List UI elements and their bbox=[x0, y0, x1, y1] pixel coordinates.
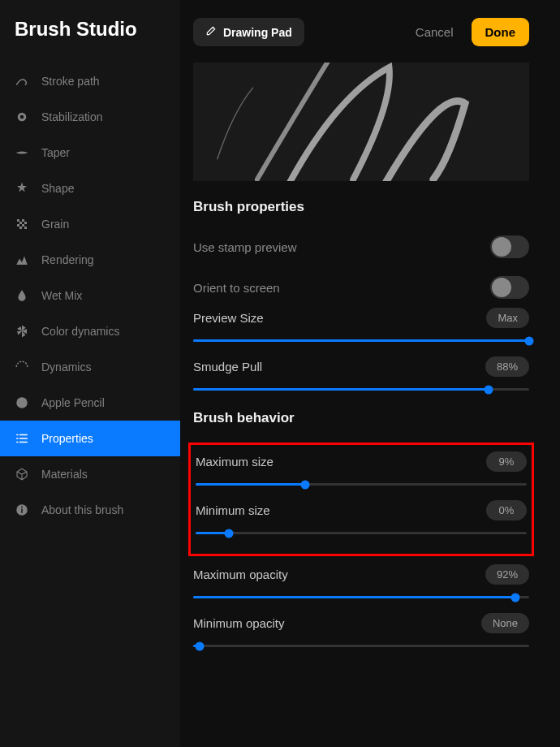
grain-icon bbox=[15, 217, 29, 231]
sidebar-item-label: Apple Pencil bbox=[41, 396, 105, 409]
svg-rect-7 bbox=[22, 224, 24, 227]
sidebar-item-label: Taper bbox=[41, 146, 70, 159]
sidebar-item-label: Properties bbox=[41, 432, 93, 445]
app-title: Brush Studio bbox=[0, 18, 180, 63]
min-size-label: Minimum size bbox=[196, 503, 270, 517]
svg-rect-4 bbox=[19, 222, 22, 224]
svg-rect-9 bbox=[24, 227, 27, 229]
svg-rect-3 bbox=[22, 219, 24, 222]
sidebar-item-label: Rendering bbox=[41, 253, 94, 266]
svg-rect-15 bbox=[16, 442, 18, 443]
properties-icon bbox=[15, 431, 29, 446]
smudge-pull-value: 88% bbox=[485, 356, 529, 377]
max-opacity-value: 92% bbox=[485, 564, 529, 585]
materials-icon bbox=[15, 467, 29, 481]
cancel-button[interactable]: Cancel bbox=[407, 19, 462, 45]
svg-rect-11 bbox=[16, 434, 18, 436]
svg-point-19 bbox=[21, 506, 23, 507]
svg-rect-6 bbox=[17, 224, 19, 227]
apple-pencil-icon bbox=[15, 395, 29, 410]
max-opacity-slider[interactable] bbox=[193, 596, 529, 598]
sidebar-item-label: About this brush bbox=[41, 503, 123, 516]
sidebar: Brush Studio Stroke path Stabilization T… bbox=[0, 0, 180, 747]
stamp-preview-row: Use stamp preview bbox=[180, 227, 542, 267]
sidebar-item-label: Color dynamics bbox=[41, 325, 119, 338]
done-button[interactable]: Done bbox=[472, 18, 530, 46]
max-size-label: Maximum size bbox=[196, 455, 274, 468]
sidebar-item-properties[interactable]: Properties bbox=[0, 421, 180, 456]
info-icon bbox=[15, 503, 29, 517]
drawing-pad-label: Drawing Pad bbox=[223, 26, 292, 39]
min-opacity-row: Minimum opacity None bbox=[180, 613, 542, 662]
sidebar-item-apple-pencil[interactable]: Apple Pencil bbox=[0, 385, 180, 421]
min-opacity-label: Minimum opacity bbox=[193, 616, 285, 630]
sidebar-item-label: Materials bbox=[41, 468, 88, 481]
shape-icon bbox=[15, 181, 29, 196]
sidebar-item-about[interactable]: About this brush bbox=[0, 492, 180, 528]
svg-point-1 bbox=[20, 115, 24, 119]
orient-screen-label: Orient to screen bbox=[193, 281, 280, 295]
stabilization-icon bbox=[15, 110, 29, 124]
max-size-slider[interactable] bbox=[196, 483, 527, 486]
rendering-icon bbox=[15, 253, 29, 267]
sidebar-item-label: Grain bbox=[41, 218, 69, 231]
stroke-path-icon bbox=[15, 74, 29, 89]
taper-icon bbox=[15, 145, 29, 160]
orient-screen-toggle[interactable] bbox=[490, 276, 529, 299]
svg-rect-8 bbox=[19, 227, 22, 229]
svg-rect-18 bbox=[21, 509, 23, 513]
highlight-annotation: Maximum size 9% Minimum size 0% bbox=[188, 443, 534, 556]
svg-rect-14 bbox=[19, 438, 28, 439]
svg-point-10 bbox=[16, 397, 28, 408]
stamp-preview-label: Use stamp preview bbox=[193, 240, 297, 254]
max-opacity-label: Maximum opacity bbox=[193, 568, 288, 581]
section-title-properties: Brush properties bbox=[180, 199, 542, 227]
stamp-preview-toggle[interactable] bbox=[490, 235, 529, 258]
smudge-pull-slider[interactable] bbox=[193, 388, 529, 391]
header: Drawing Pad Cancel Done bbox=[180, 18, 542, 63]
preview-size-label: Preview Size bbox=[193, 311, 264, 325]
min-size-row: Minimum size 0% bbox=[191, 500, 532, 549]
smudge-pull-row: Smudge Pull 88% bbox=[180, 356, 542, 405]
svg-rect-13 bbox=[16, 438, 18, 439]
sidebar-item-color-dynamics[interactable]: Color dynamics bbox=[0, 313, 180, 349]
svg-rect-12 bbox=[19, 434, 28, 436]
min-size-slider[interactable] bbox=[196, 532, 527, 534]
sidebar-item-wet-mix[interactable]: Wet Mix bbox=[0, 278, 180, 313]
svg-rect-16 bbox=[19, 442, 28, 443]
sidebar-item-taper[interactable]: Taper bbox=[0, 135, 180, 171]
sidebar-item-stabilization[interactable]: Stabilization bbox=[0, 99, 180, 135]
color-dynamics-icon bbox=[15, 324, 29, 339]
sidebar-item-label: Shape bbox=[41, 182, 74, 195]
sidebar-item-label: Stroke path bbox=[41, 75, 100, 88]
svg-rect-2 bbox=[17, 219, 19, 222]
svg-rect-5 bbox=[24, 222, 27, 224]
max-opacity-row: Maximum opacity 92% bbox=[180, 564, 542, 613]
min-size-value: 0% bbox=[486, 500, 527, 520]
sidebar-item-grain[interactable]: Grain bbox=[0, 206, 180, 242]
preview-size-slider[interactable] bbox=[193, 339, 529, 342]
drawing-pad-button[interactable]: Drawing Pad bbox=[193, 18, 304, 46]
dynamics-icon bbox=[15, 360, 29, 374]
brush-preview[interactable] bbox=[193, 63, 529, 181]
smudge-pull-label: Smudge Pull bbox=[193, 360, 262, 374]
orient-screen-row: Orient to screen bbox=[180, 267, 542, 308]
max-size-value: 9% bbox=[486, 451, 527, 472]
preview-size-value: Max bbox=[486, 308, 529, 328]
wet-mix-icon bbox=[15, 288, 29, 303]
sidebar-item-label: Stabilization bbox=[41, 110, 103, 123]
min-opacity-slider[interactable] bbox=[193, 645, 529, 647]
sidebar-item-label: Dynamics bbox=[41, 361, 91, 374]
sidebar-item-rendering[interactable]: Rendering bbox=[0, 242, 180, 278]
preview-size-row: Preview Size Max bbox=[180, 308, 542, 356]
edit-icon bbox=[205, 25, 217, 39]
sidebar-item-shape[interactable]: Shape bbox=[0, 171, 180, 206]
sidebar-item-materials[interactable]: Materials bbox=[0, 456, 180, 492]
sidebar-item-stroke-path[interactable]: Stroke path bbox=[0, 63, 180, 99]
min-opacity-value: None bbox=[481, 613, 529, 633]
sidebar-item-label: Wet Mix bbox=[41, 289, 82, 302]
max-size-row: Maximum size 9% bbox=[191, 451, 532, 500]
main-panel: Drawing Pad Cancel Done Brush properties… bbox=[180, 0, 560, 747]
section-title-behavior: Brush behavior bbox=[180, 405, 542, 438]
sidebar-item-dynamics[interactable]: Dynamics bbox=[0, 349, 180, 385]
